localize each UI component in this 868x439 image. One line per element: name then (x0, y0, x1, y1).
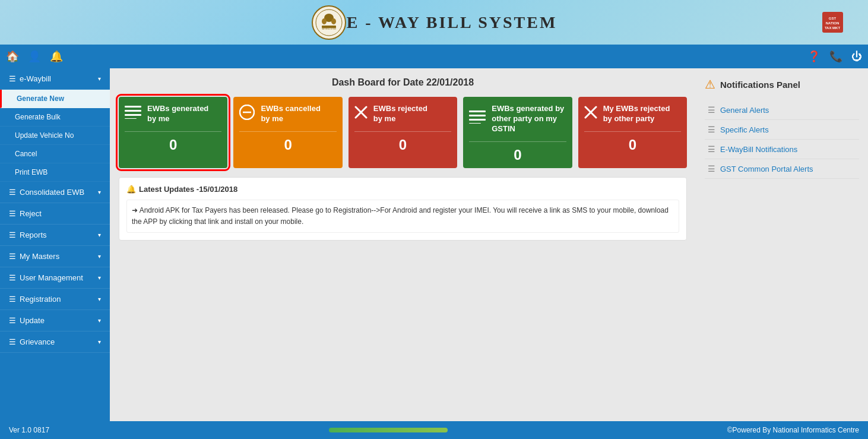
list-icon-2 (469, 110, 486, 127)
updates-content: ➜ Android APK for Tax Payers has been re… (126, 200, 679, 233)
card-ewbs-generated-other-party[interactable]: EWBs generated byother party on my GSTIN… (463, 97, 572, 168)
footer-version: Ver 1.0 0817 (9, 426, 49, 434)
notif-list-icon-1: ☰ (708, 105, 715, 115)
card-label-generated-other-party: EWBs generated byother party on my GSTIN (492, 104, 566, 134)
home-icon[interactable]: 🏠 (6, 50, 19, 63)
phone-icon[interactable]: 📞 (829, 50, 842, 63)
user-icon[interactable]: 👤 (28, 50, 41, 63)
update-icon: ☰ (9, 316, 16, 325)
chevron-right-icon3: ▾ (98, 253, 101, 260)
svg-rect-12 (125, 110, 141, 112)
chevron-right-icon6: ▾ (98, 317, 101, 324)
card-header-rejected-by-me: EWBs rejectedby me (349, 97, 457, 131)
sidebar-label-print-ewb: Print EWB (15, 168, 47, 176)
notif-list-icon-4: ☰ (708, 164, 715, 173)
sidebar-item-update[interactable]: ☰ Update ▾ (0, 310, 110, 331)
svg-point-6 (331, 18, 336, 24)
x-icon-1 (354, 106, 368, 122)
card-label-cancelled-by-me: EWBs cancelledby me (261, 104, 320, 124)
sidebar-item-generate-new[interactable]: Generate New (0, 90, 110, 108)
user-mgmt-icon: ☰ (9, 273, 16, 282)
sidebar-label-registration: Registration (20, 295, 61, 304)
svg-rect-11 (125, 106, 141, 108)
card-value-cancelled-by-me: 0 (233, 132, 342, 158)
notif-item-ewaybill-notifications[interactable]: ☰ E-WayBill Notifications (705, 140, 859, 159)
sidebar-item-cancel[interactable]: Cancel (0, 145, 110, 163)
notif-list-icon-2: ☰ (708, 125, 715, 134)
notif-item-general-alerts[interactable]: ☰ General Alerts (705, 100, 859, 120)
svg-rect-22 (469, 123, 481, 124)
power-icon[interactable]: ⏻ (851, 50, 862, 63)
sidebar-item-consolidated-ewb[interactable]: ☰ Consolidated EWB ▾ (0, 182, 110, 203)
list-icon-1 (125, 106, 141, 122)
svg-text:TAX MKT: TAX MKT (824, 26, 840, 30)
card-label-my-ewbs-rejected-other: My EWBs rejectedby other party (603, 104, 670, 124)
svg-rect-13 (125, 114, 141, 116)
updates-title-text: Latest Updates -15/01/2018 (139, 185, 237, 194)
svg-rect-19 (469, 110, 486, 112)
notifications-panel: ⚠ Notifications Panel ☰ General Alerts ☰… (696, 68, 868, 421)
card-header-generated-by-me: EWBs generatedby me (119, 97, 227, 131)
notif-item-gst-alerts[interactable]: ☰ GST Common Portal Alerts (705, 159, 859, 179)
cancel-icon (239, 105, 255, 124)
svg-rect-20 (469, 115, 486, 116)
notifications-title: Notifications Panel (720, 80, 800, 90)
notif-label-specific-alerts: Specific Alerts (720, 125, 769, 134)
card-value-generated-by-me: 0 (119, 132, 227, 158)
svg-text:GST: GST (828, 17, 836, 20)
sidebar-label-my-masters: My Masters (20, 252, 59, 261)
help-icon[interactable]: ❓ (807, 50, 821, 63)
notif-list-icon-3: ☰ (708, 144, 715, 154)
card-ewbs-rejected-by-me[interactable]: EWBs rejectedby me 0 (349, 97, 457, 168)
card-header-generated-other-party: EWBs generated byother party on my GSTIN (463, 97, 572, 141)
sidebar-item-reject[interactable]: ☰ Reject (0, 203, 110, 225)
navbar: 🏠 👤 🔔 ❓ 📞 ⏻ (0, 45, 868, 68)
svg-rect-4 (322, 26, 336, 28)
india-emblem: सत्यमेव जयते (311, 5, 347, 40)
sidebar-label-reports: Reports (20, 230, 47, 239)
navbar-right: ❓ 📞 ⏻ (807, 50, 862, 63)
updates-title: 🔔 Latest Updates -15/01/2018 (126, 185, 679, 194)
reports-icon: ☰ (9, 230, 16, 239)
card-value-generated-other-party: 0 (463, 142, 572, 168)
sidebar-item-generate-bulk[interactable]: Generate Bulk (0, 108, 110, 127)
sidebar-label-user-management: User Management (20, 273, 83, 282)
chevron-right-icon5: ▾ (98, 296, 101, 302)
chevron-right-icon2: ▾ (98, 232, 101, 238)
ewaybill-icon: ☰ (9, 74, 16, 83)
consolidated-ewb-icon: ☰ (9, 188, 16, 197)
sidebar-label-update-vehicle: Update Vehicle No (15, 131, 74, 140)
svg-point-5 (322, 18, 327, 24)
sidebar-label-generate-bulk: Generate Bulk (15, 113, 61, 121)
chevron-right-icon: ▾ (98, 189, 101, 195)
sidebar-item-reports[interactable]: ☰ Reports ▾ (0, 225, 110, 246)
warning-icon: ⚠ (705, 77, 715, 91)
card-label-rejected-by-me: EWBs rejectedby me (373, 104, 427, 124)
footer-copyright: ©Powered By National Informatics Centre (727, 426, 859, 434)
sidebar-item-update-vehicle[interactable]: Update Vehicle No (0, 127, 110, 145)
sidebar-item-ewaybill[interactable]: ☰ e-Waybill ▾ (0, 68, 110, 90)
card-value-my-ewbs-rejected-other: 0 (578, 132, 687, 158)
sidebar-label-grievance: Grievance (20, 337, 55, 346)
sidebar: ☰ e-Waybill ▾ Generate New Generate Bulk… (0, 68, 110, 421)
sidebar-item-print-ewb[interactable]: Print EWB (0, 163, 110, 182)
x-icon-2 (584, 106, 597, 122)
sidebar-item-user-management[interactable]: ☰ User Management ▾ (0, 267, 110, 289)
card-ewbs-cancelled-by-me[interactable]: EWBs cancelledby me 0 (233, 97, 342, 168)
notif-item-specific-alerts[interactable]: ☰ Specific Alerts (705, 120, 859, 140)
bell-icon[interactable]: 🔔 (50, 50, 63, 63)
reject-icon: ☰ (9, 209, 16, 218)
header: सत्यमेव जयते E - WAY BILL SYSTEM GST NAT… (0, 0, 868, 45)
card-label-generated-by-me: EWBs generatedby me (147, 104, 208, 124)
card-my-ewbs-rejected-other[interactable]: My EWBs rejectedby other party 0 (578, 97, 687, 168)
sidebar-item-registration[interactable]: ☰ Registration ▾ (0, 289, 110, 310)
card-ewbs-generated-by-me[interactable]: EWBs generatedby me 0 (119, 97, 227, 168)
sidebar-item-grievance[interactable]: ☰ Grievance ▾ (0, 331, 110, 353)
updates-bell-icon: 🔔 (126, 185, 136, 194)
main-layout: ☰ e-Waybill ▾ Generate New Generate Bulk… (0, 68, 868, 421)
dashboard-title: Dash Board for Date 22/01/2018 (119, 77, 687, 88)
updates-panel: 🔔 Latest Updates -15/01/2018 ➜ Android A… (119, 177, 687, 241)
svg-text:NATION: NATION (825, 21, 839, 25)
sidebar-item-my-masters[interactable]: ☰ My Masters ▾ (0, 246, 110, 267)
svg-rect-14 (125, 118, 137, 119)
